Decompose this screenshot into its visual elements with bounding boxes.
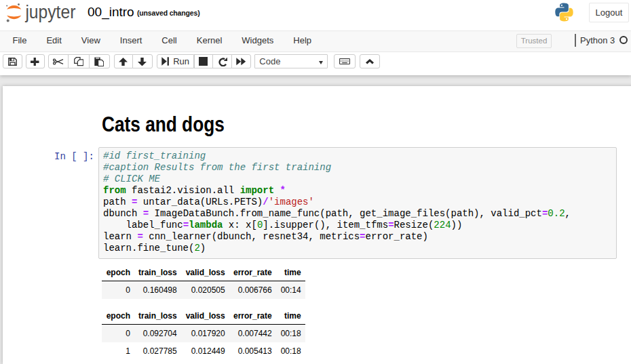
svg-text:jupyter: jupyter [25, 1, 76, 22]
